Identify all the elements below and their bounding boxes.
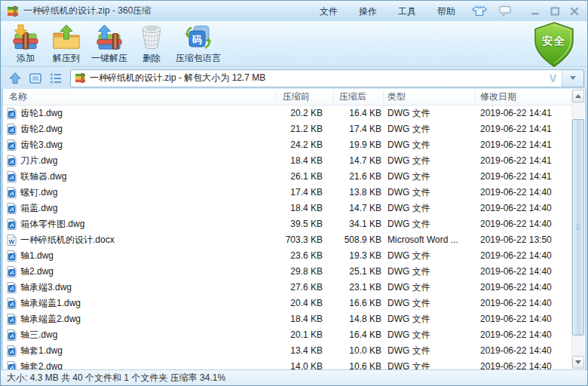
modified-date-cell: 2019-06-22 14:40 — [480, 264, 574, 280]
file-name: 齿轮2.dwg — [20, 121, 63, 137]
modified-date-cell: 2019-06-22 14:41 — [480, 121, 574, 137]
table-row[interactable]: 箱体零件图.dwg39.5 KB34.1 KBDWG 文件2019-06-22 … — [3, 216, 585, 232]
security-label: 安全 — [530, 35, 578, 48]
table-row[interactable]: 轴套2.dwg14.0 KB10.6 KBDWG 文件2019-06-22 14… — [3, 359, 585, 369]
file-name: 箱盖.dwg — [20, 201, 57, 216]
file-name-cell: 轴三.dwg — [7, 327, 272, 343]
list-view-button[interactable] — [46, 69, 66, 87]
address-dropdown-button[interactable] — [562, 70, 583, 87]
column-header-row: 名称 压缩前 压缩后 类型 修改日期 — [3, 89, 585, 106]
archive-language-button[interactable]: 码 压缩包语言 — [171, 23, 225, 66]
extract-to-button[interactable]: 解压到 — [46, 23, 87, 66]
table-row[interactable]: 螺钉.dwg17.4 KB13.8 KBDWG 文件2019-06-22 14:… — [3, 185, 585, 201]
add-button[interactable]: 添加 — [5, 23, 46, 66]
modified-date-cell: 2019-06-22 14:41 — [480, 153, 574, 169]
icon-view-button[interactable] — [26, 69, 45, 87]
dwg-file-icon — [7, 187, 17, 198]
column-name[interactable]: 名称 — [9, 89, 27, 105]
modified-date-cell: 2019-06-22 14:40 — [480, 280, 574, 296]
scrollbar-down-button[interactable] — [572, 356, 584, 369]
file-name-cell: W一种碎纸机的设计.docx — [7, 232, 272, 248]
size-after-cell: 10.0 KB — [323, 343, 381, 359]
extract-to-icon — [51, 24, 82, 51]
file-type-cell: DWG 文件 — [387, 248, 479, 264]
file-name-cell: 轴承端盖1.dwg — [7, 296, 272, 311]
vertical-scrollbar[interactable] — [571, 90, 584, 369]
close-button[interactable] — [565, 5, 584, 18]
table-row[interactable]: 齿轮2.dwg21.2 KB17.4 KBDWG 文件2019-06-22 14… — [3, 121, 585, 137]
file-name: 一种碎纸机的设计.docx — [20, 232, 115, 248]
modified-date-cell: 2019-06-22 14:41 — [480, 169, 574, 185]
file-name-cell: 箱体零件图.dwg — [7, 216, 272, 232]
column-after[interactable]: 压缩后 — [339, 89, 366, 105]
table-row[interactable]: 轴承端盖2.dwg18.4 KB14.8 KBDWG 文件2019-06-22 … — [3, 311, 585, 327]
scrollbar-up-button[interactable] — [572, 90, 584, 103]
table-row[interactable]: 齿轮1.dwg20.2 KB16.4 KBDWG 文件2019-06-22 14… — [3, 106, 585, 121]
archive-language-label: 压缩包语言 — [176, 52, 221, 65]
column-before[interactable]: 压缩前 — [283, 89, 310, 105]
menu-tools[interactable]: 工具 — [387, 2, 427, 21]
dwg-file-icon — [7, 266, 17, 277]
delete-button[interactable]: 删除 — [132, 23, 171, 66]
table-row[interactable]: 箱盖.dwg18.4 KB14.7 KBDWG 文件2019-06-22 14:… — [3, 201, 585, 216]
delete-icon — [136, 24, 167, 51]
modified-date-cell: 2019-06-22 14:41 — [480, 137, 574, 153]
size-after-cell: 13.8 KB — [323, 185, 381, 201]
up-level-button[interactable] — [5, 69, 25, 87]
size-after-cell: 14.8 KB — [323, 311, 381, 327]
file-name-cell: 轴承端3.dwg — [7, 280, 272, 296]
file-name-cell: 轴1.dwg — [7, 248, 272, 264]
size-after-cell: 23.1 KB — [323, 280, 381, 296]
one-click-extract-label: 一键解压 — [91, 52, 127, 65]
skin-icon[interactable] — [466, 3, 493, 19]
extract-to-label: 解压到 — [53, 52, 80, 65]
column-modified[interactable]: 修改日期 — [480, 89, 516, 105]
file-name: 轴套1.dwg — [20, 343, 63, 359]
table-row[interactable]: 轴1.dwg23.6 KB19.3 KBDWG 文件2019-06-22 14:… — [3, 248, 585, 264]
modified-date-cell: 2019-06-22 14:40 — [480, 359, 574, 369]
file-type-cell: DWG 文件 — [387, 169, 479, 185]
menu-help[interactable]: 帮助 — [427, 2, 466, 21]
modified-date-cell: 2019-06-22 14:41 — [480, 106, 574, 121]
file-type-cell: DWG 文件 — [387, 137, 479, 153]
file-name-cell: 联轴器.dwg — [7, 169, 272, 185]
dwg-file-icon — [7, 155, 17, 167]
app-archive-icon — [7, 5, 19, 17]
table-row[interactable]: 齿轮3.dwg24.2 KB19.9 KBDWG 文件2019-06-22 14… — [3, 137, 585, 153]
minimize-button[interactable] — [525, 5, 545, 18]
scrollbar-grip — [576, 225, 580, 231]
table-row[interactable]: 联轴器.dwg26.1 KB21.6 KBDWG 文件2019-06-22 14… — [3, 169, 585, 185]
file-name-cell: 轴套2.dwg — [7, 359, 272, 369]
size-after-cell: 10.6 KB — [323, 359, 381, 369]
size-after-cell: 508.9 KB — [323, 232, 381, 248]
file-name: 刀片.dwg — [20, 153, 57, 169]
menu-actions[interactable]: 操作 — [348, 2, 387, 21]
table-row[interactable]: W一种碎纸机的设计.docx703.3 KB508.9 KBMicrosoft … — [3, 232, 585, 248]
size-before-cell: 21.2 KB — [273, 121, 323, 137]
table-row[interactable]: 轴套1.dwg13.4 KB10.0 KBDWG 文件2019-06-22 14… — [3, 343, 585, 359]
one-click-extract-icon — [93, 24, 125, 51]
one-click-extract-button[interactable]: 一键解压 — [87, 23, 132, 66]
scrollbar-thumb[interactable] — [572, 119, 584, 335]
menu-file[interactable]: 文件 — [309, 2, 348, 21]
file-type-cell: DWG 文件 — [387, 311, 479, 327]
file-name-cell: 螺钉.dwg — [7, 185, 272, 201]
table-row[interactable]: 轴承端盖1.dwg20.4 KB16.6 KBDWG 文件2019-06-22 … — [3, 296, 585, 311]
table-row[interactable]: 轴承端3.dwg27.6 KB23.1 KBDWG 文件2019-06-22 1… — [3, 280, 585, 296]
archive-path-combobox[interactable]: 一种碎纸机的设计.zip - 解包大小为 12.7 MB V — [70, 69, 584, 87]
svg-text:码: 码 — [191, 34, 202, 45]
table-row[interactable]: 轴2.dwg29.8 KB25.1 KBDWG 文件2019-06-22 14:… — [3, 264, 585, 280]
column-type[interactable]: 类型 — [387, 89, 406, 105]
table-row[interactable]: 刀片.dwg18.4 KB14.7 KBDWG 文件2019-06-22 14:… — [3, 153, 585, 169]
modified-date-cell: 2019-06-22 14:40 — [480, 327, 574, 343]
dwg-file-icon — [7, 219, 17, 230]
add-archive-icon — [10, 24, 41, 51]
security-badge[interactable]: 安全 — [530, 21, 578, 69]
modified-date-cell: 2019-06-22 13:50 — [480, 232, 574, 248]
table-row[interactable]: 轴三.dwg20.1 KB16.4 KBDWG 文件2019-06-22 14:… — [3, 327, 585, 343]
maximize-button[interactable] — [545, 5, 565, 18]
dwg-file-icon — [7, 108, 17, 119]
feedback-icon[interactable] — [493, 4, 518, 18]
file-name-cell: 刀片.dwg — [7, 153, 272, 169]
file-name-cell: 轴套1.dwg — [7, 343, 272, 359]
